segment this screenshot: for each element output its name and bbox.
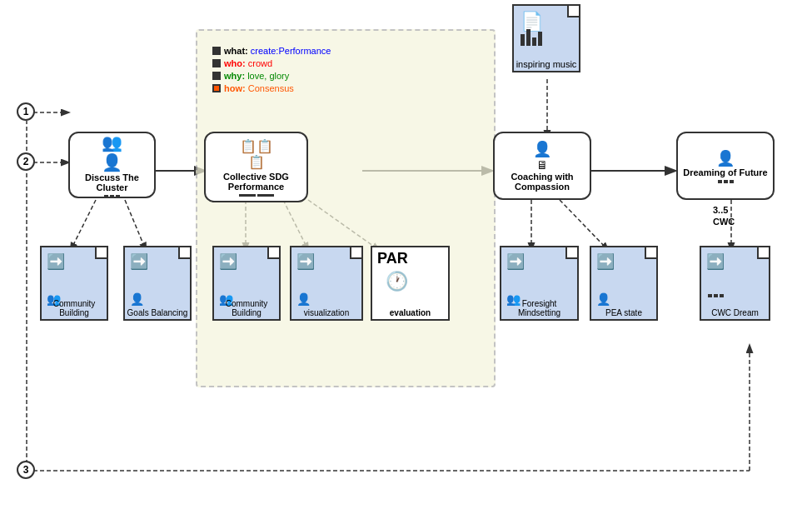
discuss-cluster-box: 👥👤 Discuss The Cluster	[68, 132, 156, 198]
collective-sdg-box: 📋📋📋 Collective SDG Performance	[204, 132, 308, 202]
community1-label: Community Building	[40, 299, 108, 317]
inspiring-music-label: inspiring music	[516, 59, 577, 69]
evaluation-label: evaluation	[390, 308, 431, 317]
goals-label: Goals Balancing	[127, 308, 188, 317]
circle-2: 2	[17, 152, 35, 171]
community2-label: Community Building	[212, 299, 281, 317]
community-building-2-doc: ➡️ 👥 Community Building	[212, 246, 281, 321]
cwcdream-label: CWC Dream	[711, 308, 759, 317]
foresight-doc: ➡️ 👥 Foresight Mindsetting	[500, 246, 579, 321]
coaching-box: 👤 🖥 Coaching with Compassion	[493, 132, 591, 200]
visualization-doc: ➡️ 👤 visualization	[290, 246, 363, 321]
goals-balancing-doc: ➡️ 👤 Goals Balancing	[123, 246, 192, 321]
community-building-1-doc: ➡️ 👥 Community Building	[40, 246, 108, 321]
visualization-label: visualization	[304, 308, 349, 317]
foresight-label: Foresight Mindsetting	[500, 299, 579, 317]
dreaming-label: Dreaming of Future	[683, 167, 767, 177]
inspiring-music-doc: 📄 inspiring music	[512, 4, 580, 72]
svg-line-6	[71, 200, 96, 250]
n35-label: 3..5	[713, 205, 728, 215]
coaching-label: Coaching with Compassion	[495, 172, 590, 192]
what-block: what: create:Performance who: crowd why:…	[212, 46, 379, 93]
collective-label: Collective SDG Performance	[206, 172, 306, 192]
pea-label: PEA state	[605, 308, 642, 317]
par-label: PAR	[377, 250, 408, 267]
discuss-label: Discuss The Cluster	[70, 172, 154, 192]
cwc-label: CWC	[713, 217, 735, 227]
pea-state-doc: ➡️ 👤 PEA state	[590, 246, 658, 321]
cwc-dream-doc: ➡️ CWC Dream	[700, 246, 770, 321]
svg-line-7	[125, 200, 146, 250]
dreaming-box: 👤 Dreaming of Future	[676, 132, 775, 200]
circle-3: 3	[17, 461, 35, 479]
evaluation-doc: PAR 🕐 evaluation	[371, 246, 450, 321]
svg-line-12	[560, 200, 608, 250]
circle-1: 1	[17, 102, 35, 121]
